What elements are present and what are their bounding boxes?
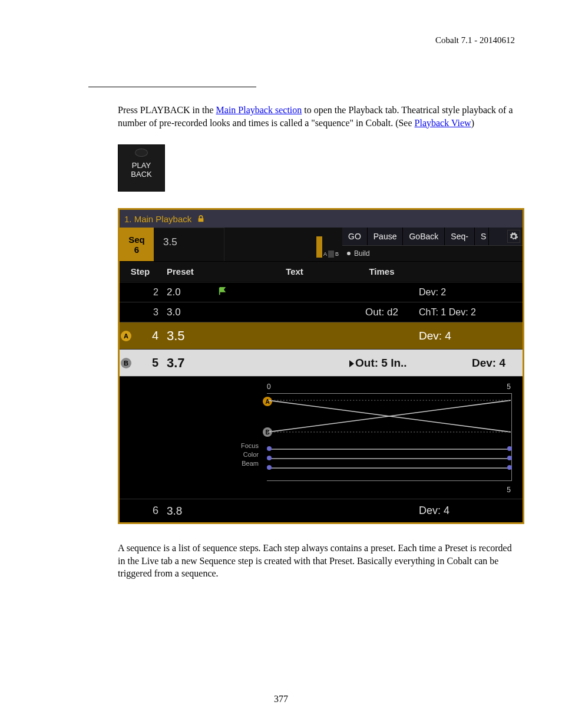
sequence-row[interactable]: 2 2.0 Dev: 2 xyxy=(120,282,523,302)
fader-a-bar xyxy=(316,236,322,258)
link-playback-view[interactable]: Playback View xyxy=(415,118,471,128)
playback-btn-line1: PLAY xyxy=(132,161,151,170)
playback-window-screenshot: 1. Main Playback Seq 6 3.5 A B GO xyxy=(118,208,524,524)
intro-text-post: ) xyxy=(471,118,474,128)
track-dot-icon xyxy=(507,446,512,451)
track-dot-icon xyxy=(267,456,272,460)
link-main-playback-section[interactable]: Main Playback section xyxy=(216,105,302,115)
playback-hardware-button: PLAY BACK xyxy=(118,144,165,192)
current-preset: 3.5 xyxy=(154,228,224,261)
track-dot-icon xyxy=(507,456,512,460)
build-row[interactable]: Build xyxy=(342,245,523,261)
window-title: 1. Main Playback xyxy=(124,214,191,224)
seq-box[interactable]: Seq 6 xyxy=(120,228,154,261)
play-triangle-icon xyxy=(349,360,354,367)
cell-extra: Dev: 4 xyxy=(414,330,523,342)
playback-led-icon xyxy=(135,149,148,157)
sequence-row[interactable]: 3 3.0 Out: d2 ChT: 1 Dev: 2 xyxy=(120,302,523,322)
timeline-scale-right-top: 5 xyxy=(507,383,511,391)
col-preset: Preset xyxy=(164,266,240,276)
fader-b-bar xyxy=(328,251,334,258)
goback-button[interactable]: GoBack xyxy=(403,228,445,245)
crossfade-timeline: 0 5 A B Focus Color Beam xyxy=(120,376,523,499)
timeline-label-color: Color xyxy=(226,450,259,459)
fader-b-label: B xyxy=(335,251,339,257)
cell-extra: Dev: 2 xyxy=(414,287,523,298)
cell-extra: ChT: 1 Dev: 2 xyxy=(414,307,523,318)
track-dot-icon xyxy=(507,465,512,470)
lock-icon xyxy=(196,215,206,223)
track-dot-icon xyxy=(267,465,272,470)
intro-paragraph: Press PLAYBACK in the Main Playback sect… xyxy=(118,104,521,129)
col-text: Text xyxy=(240,266,349,276)
timeline-track-color xyxy=(268,458,510,459)
sequence-row-active-a[interactable]: A 4 3.5 Dev: 4 xyxy=(120,322,523,349)
cell-preset: 3.8 xyxy=(164,505,240,518)
fader-a-label: A xyxy=(323,251,327,257)
window-titlebar: 1. Main Playback xyxy=(120,210,523,228)
cell-preset: 3.0 xyxy=(164,307,240,318)
col-step: Step xyxy=(120,266,164,276)
closing-paragraph: A sequence is a list of sequence steps. … xyxy=(118,542,521,580)
page-number: 377 xyxy=(0,694,562,704)
cell-times: Out: 5 In.. xyxy=(349,357,467,370)
crossfade-lines xyxy=(268,398,511,434)
cell-extra: Dev: 4 xyxy=(414,505,523,517)
cell-preset: 2.0 xyxy=(164,286,240,298)
column-headers: Step Preset Text Times xyxy=(120,262,523,282)
section-rule xyxy=(88,87,256,87)
cell-extra: Dev: 4 xyxy=(467,357,523,370)
bullet-icon xyxy=(347,252,351,255)
cell-step: 6 xyxy=(120,505,164,517)
cell-step: 2 xyxy=(120,287,164,298)
sequence-row-next-b[interactable]: B 5 3.7 Out: 5 In.. Dev: 4 xyxy=(120,349,523,376)
intro-text-pre: Press PLAYBACK in the xyxy=(118,105,216,115)
pause-button[interactable]: Pause xyxy=(368,228,404,245)
flag-icon xyxy=(219,286,227,295)
truncated-button[interactable]: S xyxy=(475,228,489,245)
sequence-row[interactable]: 6 3.8 Dev: 4 xyxy=(120,499,523,522)
col-times: Times xyxy=(349,266,414,276)
doc-header: Cobalt 7.1 - 20140612 xyxy=(118,35,521,45)
gear-icon[interactable] xyxy=(507,230,520,243)
seq-minus-button[interactable]: Seq- xyxy=(445,228,475,245)
track-dot-icon xyxy=(267,446,272,451)
cell-step: 3 xyxy=(120,307,164,318)
timeline-track-beam xyxy=(268,467,510,469)
timeline-label-beam: Beam xyxy=(226,459,259,468)
cell-preset: 3.7 xyxy=(164,355,240,371)
cell-times: Out: d2 xyxy=(349,307,414,318)
seq-number: 6 xyxy=(134,245,139,255)
seq-label: Seq xyxy=(128,235,145,245)
badge-b-icon: B xyxy=(121,358,131,368)
cell-preset: 3.5 xyxy=(164,328,240,344)
timeline-scale-left: 0 xyxy=(267,383,271,391)
ab-crossfade-indicator: A B xyxy=(224,228,342,261)
timeline-scale-right-bottom: 5 xyxy=(507,486,511,494)
build-label: Build xyxy=(354,249,370,258)
badge-a-icon: A xyxy=(121,331,131,341)
timeline-label-focus: Focus xyxy=(226,442,259,450)
playback-btn-line2: BACK xyxy=(131,170,151,179)
go-button[interactable]: GO xyxy=(342,228,368,245)
timeline-track-focus xyxy=(268,449,510,450)
